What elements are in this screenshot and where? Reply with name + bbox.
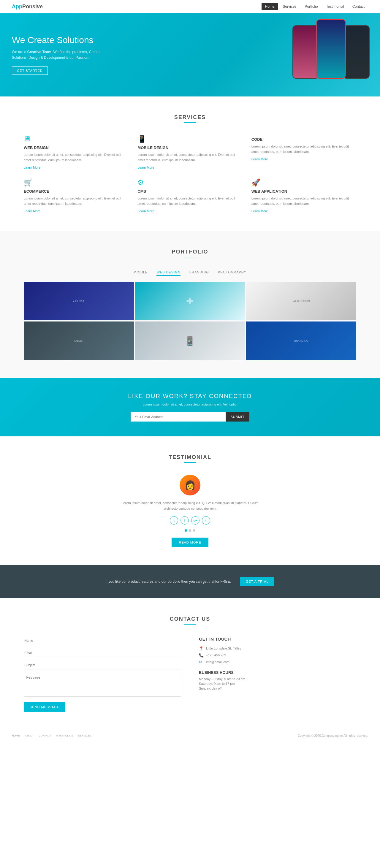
- portfolio-item-1[interactable]: ● CLOSE: [24, 282, 134, 320]
- nav-links: HomeServicesPortfolioTestimonialContact: [261, 3, 368, 10]
- nav-link-home[interactable]: Home: [261, 3, 278, 10]
- hero-cta-button[interactable]: GET STARTED: [12, 66, 48, 75]
- phone-left: [292, 25, 319, 79]
- portfolio-placeholder-4: TABLET: [24, 321, 134, 360]
- phone-icon: 📞: [199, 653, 204, 657]
- portfolio-title: PORTFOLIO: [24, 249, 356, 255]
- name-input[interactable]: [24, 637, 181, 645]
- portfolio-tabs: MOBILEWEB DESIGNBRANDINGPHOTOGRAPHY: [24, 269, 356, 276]
- service-desc-1: Lorem ipsum dolor sit amet, consectetur …: [137, 152, 242, 163]
- service-item-1: 📱 MOBILE DESIGN Lorem ipsum dolor sit am…: [137, 135, 242, 169]
- biz-hours-item-0: Monday - Friday: 9 am to 20 pm: [199, 677, 356, 681]
- portfolio-tab-branding[interactable]: BRANDING: [189, 269, 209, 276]
- learn-more-4[interactable]: Learn More: [137, 209, 154, 213]
- contact-form: SEND MESSAGE: [24, 637, 181, 712]
- service-item-2: CODE Lorem ipsum dolor sit amet, consect…: [251, 135, 356, 169]
- submit-button[interactable]: SUBMIT: [226, 412, 249, 422]
- portfolio-item-3[interactable]: WEB DESIGN: [246, 282, 356, 320]
- portfolio-tab-mobile[interactable]: MOBILE: [134, 269, 148, 276]
- location-icon: 📍: [199, 646, 204, 651]
- dot-2[interactable]: [189, 529, 191, 532]
- service-title-5: WEB APPLICATION: [251, 189, 356, 193]
- service-title-2: CODE: [251, 137, 356, 142]
- portfolio-grid: ● CLOSE ✚ WEB DESIGN TABLET 📱 BRANDING: [24, 282, 356, 360]
- service-desc-4: Lorem ipsum dolor sit amet, consectetur …: [137, 196, 242, 206]
- contact-info: GET IN TOUCH 📍 Little Lonsdale St, Talle…: [199, 637, 356, 712]
- dot-1[interactable]: [185, 529, 187, 532]
- testimonial-dots: [24, 529, 356, 532]
- service-desc-5: Lorem ipsum dolor sit amet, consectetur …: [251, 196, 356, 206]
- contact-info-title: GET IN TOUCH: [199, 637, 356, 642]
- portfolio-placeholder-3: WEB DESIGN: [246, 282, 356, 320]
- footer-link-about[interactable]: ABOUT: [25, 734, 34, 737]
- portfolio-placeholder-6: BRANDING: [246, 321, 356, 360]
- logo-app: App: [12, 4, 22, 9]
- learn-more-3[interactable]: Learn More: [24, 209, 40, 213]
- send-message-button[interactable]: SEND MESSAGE: [24, 702, 65, 712]
- trial-text: If you like our product features and our…: [106, 580, 231, 584]
- email-form: SUBMIT: [131, 412, 249, 422]
- service-icon-3: 🛒: [24, 178, 129, 187]
- testimonial-underline: [184, 462, 196, 463]
- portfolio-underline: [184, 257, 196, 257]
- hero-phones: [294, 19, 368, 79]
- phone-screen-left: [293, 26, 319, 78]
- logo: AppPonsive: [12, 4, 43, 10]
- social-icon-t[interactable]: t: [170, 516, 178, 525]
- trial-cta-button[interactable]: GET A TRIAL: [240, 577, 275, 586]
- service-desc-3: Lorem ipsum dolor sit amet, consectetur …: [24, 196, 129, 206]
- read-more-button[interactable]: READ MORE: [171, 537, 209, 547]
- nav-link-contact[interactable]: Contact: [349, 3, 368, 10]
- subject-input[interactable]: [24, 661, 181, 670]
- message-textarea[interactable]: [24, 673, 181, 697]
- portfolio-placeholder-1: ● CLOSE: [24, 282, 134, 320]
- testimonial-section: TESTIMONIAL 👩 Lorem ipsum dolor sit amet…: [0, 436, 380, 565]
- service-item-0: 🖥 WEB DESIGN Lorem ipsum dolor sit amet,…: [24, 135, 129, 169]
- footer-link-contact[interactable]: CONTACT: [39, 734, 51, 737]
- portfolio-item-4[interactable]: TABLET: [24, 321, 134, 360]
- email-field[interactable]: [24, 649, 181, 657]
- testimonial-title: TESTIMONIAL: [24, 454, 356, 460]
- nav-link-services[interactable]: Services: [279, 3, 300, 10]
- service-title-4: CMS: [137, 189, 242, 193]
- service-item-3: 🛒 ECOMMERCE Lorem ipsum dolor sit amet, …: [24, 178, 129, 213]
- logo-ponsive: Ponsive: [22, 4, 43, 9]
- testimonial-avatar: 👩: [180, 475, 200, 495]
- learn-more-1[interactable]: Learn More: [137, 166, 154, 169]
- footer-links: HOMEABOUTCONTACTPORTFOLIOSSERVICES: [12, 734, 91, 737]
- portfolio-item-2[interactable]: ✚: [135, 282, 245, 320]
- learn-more-5[interactable]: Learn More: [251, 209, 268, 213]
- portfolio-item-6[interactable]: BRANDING: [246, 321, 356, 360]
- portfolio-tab-photography[interactable]: PHOTOGRAPHY: [218, 269, 246, 276]
- social-icon-in[interactable]: in: [202, 516, 210, 525]
- newsletter-title: LIKE OUR WORK? STAY CONNECTED: [24, 393, 356, 400]
- nav-link-testimonial[interactable]: Testimonial: [323, 3, 348, 10]
- email-input[interactable]: [131, 412, 226, 422]
- phone-screen-right: [344, 26, 369, 78]
- phone-center: [316, 19, 346, 79]
- service-icon-0: 🖥: [24, 135, 129, 143]
- portfolio-tab-web-design[interactable]: WEB DESIGN: [156, 269, 180, 276]
- service-item-5: 🚀 WEB APPLICATION Lorem ipsum dolor sit …: [251, 178, 356, 213]
- service-title-1: MOBILE DESIGN: [137, 146, 242, 150]
- portfolio-section: PORTFOLIO MOBILEWEB DESIGNBRANDINGPHOTOG…: [0, 231, 380, 378]
- nav-link-portfolio[interactable]: Portfolio: [301, 3, 321, 10]
- contact-address: 📍 Little Lonsdale St, Talley: [199, 646, 356, 651]
- portfolio-placeholder-2: ✚: [135, 282, 245, 320]
- footer-link-portfolios[interactable]: PORTFOLIOS: [56, 734, 73, 737]
- learn-more-0[interactable]: Learn More: [24, 166, 40, 169]
- footer: HOMEABOUTCONTACTPORTFOLIOSSERVICES Copyr…: [0, 730, 380, 742]
- phone-screen-center: [317, 20, 345, 78]
- social-icon-f[interactable]: f: [181, 516, 189, 525]
- learn-more-2[interactable]: Learn More: [251, 157, 268, 161]
- hero-text-before: We are a: [12, 50, 27, 54]
- dot-3[interactable]: [193, 529, 195, 532]
- footer-link-home[interactable]: HOME: [12, 734, 20, 737]
- social-icons: tfg+in: [24, 516, 356, 525]
- footer-link-services[interactable]: SERVICES: [78, 734, 91, 737]
- portfolio-item-5[interactable]: 📱: [135, 321, 245, 360]
- services-title: SERVICES: [24, 114, 356, 121]
- service-icon-4: ⚙: [137, 178, 242, 187]
- social-icon-gplus[interactable]: g+: [191, 516, 199, 525]
- hero-description: We are a Creative Team. We find the prob…: [12, 49, 113, 61]
